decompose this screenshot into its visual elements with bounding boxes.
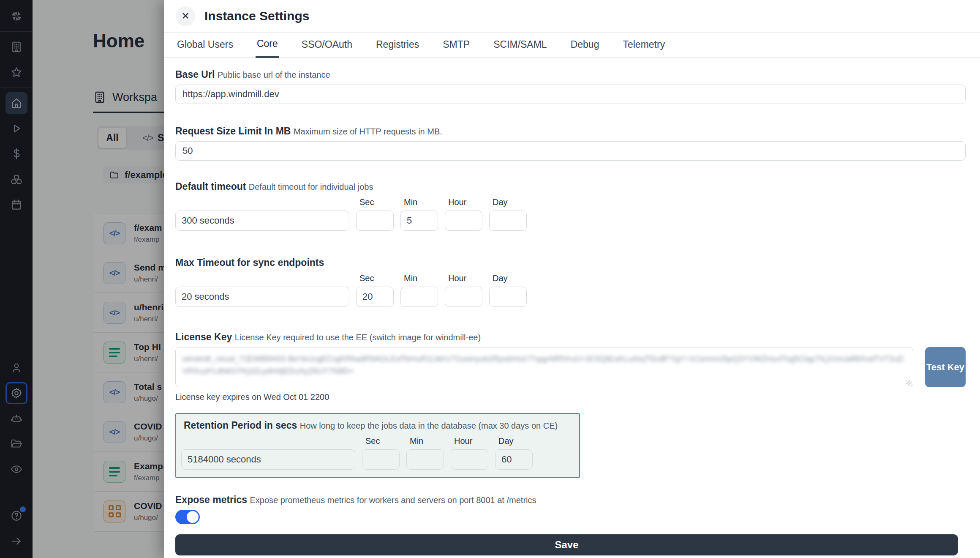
retention-input[interactable]: [181, 449, 355, 470]
max-timeout-sec-input[interactable]: [356, 287, 394, 307]
default-timeout-sec-input[interactable]: [356, 211, 394, 231]
request-size-label: Request Size Limit In MB Maximum size of…: [175, 126, 966, 137]
tab-registries[interactable]: Registries: [375, 39, 420, 57]
tab-sso-oauth[interactable]: SSO/OAuth: [300, 39, 354, 57]
default-timeout-input[interactable]: [175, 211, 349, 231]
max-timeout-day-input[interactable]: [489, 287, 527, 307]
day-label: Day: [493, 274, 527, 283]
retention-day-input[interactable]: [495, 449, 533, 470]
settings-tabs: Global Users Core SSO/OAuth Registries S…: [164, 33, 980, 58]
tab-scim-saml[interactable]: SCIM/SAML: [492, 39, 548, 57]
base-url-help: Public base url of the instance: [218, 70, 330, 79]
base-url-label: Base Url Public base url of the instance: [175, 69, 966, 80]
sec-label: Sec: [359, 197, 394, 207]
day-label: Day: [498, 436, 533, 446]
min-label: Min: [410, 436, 444, 446]
retention-min-input[interactable]: [406, 449, 444, 470]
license-key-help: License Key required to use the EE (swit…: [235, 333, 481, 342]
default-timeout-day-input[interactable]: [489, 211, 527, 231]
license-key-textarea[interactable]: wlndmlll_cloud_72EWB8A5S.BeYeUcgECrgKPAa…: [175, 347, 913, 387]
request-size-input[interactable]: [175, 141, 966, 161]
max-timeout-input[interactable]: [175, 287, 349, 307]
max-timeout-hour-input[interactable]: [445, 287, 482, 307]
default-timeout-label: Default timeout Default timeout for indi…: [175, 181, 966, 192]
tab-core[interactable]: Core: [256, 38, 279, 58]
retention-highlight-box: Retention Period in secs How long to kee…: [175, 413, 580, 478]
hour-label: Hour: [448, 197, 482, 207]
default-timeout-help: Default timeout for individual jobs: [249, 182, 373, 191]
expose-metrics-toggle[interactable]: [175, 510, 200, 524]
close-button[interactable]: ✕: [176, 6, 195, 26]
sec-label: Sec: [359, 274, 394, 283]
max-timeout-label: Max Timeout for sync endpoints: [175, 257, 966, 268]
tab-debug[interactable]: Debug: [569, 39, 601, 57]
max-timeout-min-input[interactable]: [400, 287, 438, 307]
retention-label: Retention Period in secs How long to kee…: [184, 420, 572, 431]
settings-content: Base Url Public base url of the instance…: [164, 58, 980, 558]
tab-global-users[interactable]: Global Users: [176, 39, 234, 57]
license-key-label: License Key License Key required to use …: [175, 331, 966, 343]
hour-label: Hour: [448, 274, 482, 283]
default-timeout-hour-input[interactable]: [445, 211, 482, 231]
retention-hour-input[interactable]: [451, 449, 488, 470]
toggle-knob: [187, 511, 199, 523]
tab-telemetry[interactable]: Telemetry: [621, 39, 666, 57]
base-url-input[interactable]: [175, 85, 966, 104]
save-button[interactable]: Save: [175, 534, 958, 555]
retention-sec-input[interactable]: [362, 449, 400, 470]
min-label: Min: [404, 197, 438, 207]
license-expiry-text: License key expires on Wed Oct 01 2200: [175, 392, 966, 402]
min-label: Min: [404, 274, 438, 283]
hour-label: Hour: [454, 436, 488, 446]
expose-metrics-help: Expose prometheus metrics for workers an…: [250, 495, 536, 505]
close-icon: ✕: [181, 10, 190, 22]
test-key-button[interactable]: Test Key: [925, 347, 966, 387]
default-timeout-min-input[interactable]: [400, 211, 438, 231]
drawer-title: Instance Settings: [204, 9, 309, 23]
sec-label: Sec: [365, 436, 400, 446]
request-size-help: Maximum size of HTTP requests in MB.: [294, 127, 442, 136]
expose-metrics-label: Expose metrics Expose prometheus metrics…: [175, 494, 966, 506]
instance-settings-drawer: ✕ Instance Settings Global Users Core SS…: [164, 0, 980, 558]
retention-help: How long to keep the jobs data in the da…: [300, 421, 558, 430]
tab-smtp[interactable]: SMTP: [441, 39, 471, 57]
day-label: Day: [493, 197, 527, 207]
drawer-header: ✕ Instance Settings: [164, 0, 980, 33]
license-key-value-blurred: wlndmlll_cloud_72EWB8A5S.BeYeUcgECrgKPAa…: [182, 353, 906, 377]
resize-handle[interactable]: [906, 380, 912, 386]
